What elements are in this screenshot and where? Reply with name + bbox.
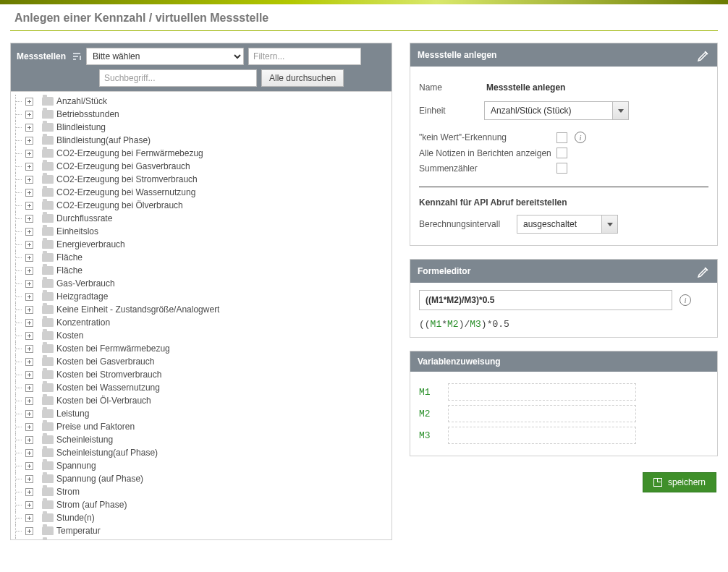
- filter-input[interactable]: [248, 48, 361, 65]
- tree-item[interactable]: Kosten bei Öl-Verbrauch: [14, 394, 387, 407]
- variable-input[interactable]: [448, 427, 636, 444]
- expand-icon[interactable]: [25, 475, 33, 483]
- tree-item[interactable]: Leistung: [14, 407, 387, 420]
- expand-icon[interactable]: [25, 228, 33, 236]
- expand-icon[interactable]: [25, 384, 33, 392]
- expand-icon[interactable]: [25, 527, 33, 535]
- expand-icon[interactable]: [25, 137, 33, 145]
- tree-item-label: Kosten bei Wassernutzung: [56, 383, 160, 393]
- tree-item[interactable]: CO2-Erzeugung bei Stromverbrauch: [14, 173, 387, 186]
- expand-icon[interactable]: [25, 306, 33, 314]
- expand-icon[interactable]: [25, 150, 33, 158]
- expand-icon[interactable]: [25, 98, 33, 106]
- expand-icon[interactable]: [25, 371, 33, 379]
- tree-item[interactable]: Preise und Faktoren: [14, 420, 387, 433]
- tree-item[interactable]: Konzentration: [14, 316, 387, 329]
- tree-item[interactable]: Einheitslos: [14, 225, 387, 238]
- tree-item[interactable]: CO2-Erzeugung bei Fernwärmebezug: [14, 147, 387, 160]
- tree-line: [15, 316, 22, 329]
- tree-item[interactable]: Kosten bei Stromverbrauch: [14, 368, 387, 381]
- expand-icon[interactable]: [25, 319, 33, 327]
- info-icon[interactable]: i: [575, 132, 586, 143]
- save-button[interactable]: speichern: [643, 472, 716, 492]
- expand-icon[interactable]: [25, 176, 33, 184]
- variable-input[interactable]: [448, 383, 636, 401]
- expand-icon[interactable]: [25, 436, 33, 444]
- tree-item-label: Kosten bei Fermwärmebezug: [56, 343, 170, 354]
- tree-item[interactable]: Kosten bei Fermwärmebezug: [14, 342, 387, 355]
- tree-item[interactable]: Gas-Verbrauch: [14, 277, 387, 290]
- tree-item[interactable]: Keine Einheit - Zustandsgröße/Analogwert: [14, 303, 387, 316]
- tree-item[interactable]: CO2-Erzeugung bei Wassernutzung: [14, 186, 387, 199]
- expand-icon[interactable]: [25, 189, 33, 197]
- tree-item[interactable]: CO2-Erzeugung bei Gasverbrauch: [14, 160, 387, 173]
- tree-item[interactable]: Temperatur: [14, 524, 387, 537]
- variable-input[interactable]: [448, 405, 636, 422]
- info-icon[interactable]: i: [680, 294, 691, 306]
- unit-select[interactable]: Anzahl/Stück (Stück): [484, 101, 629, 120]
- tree-item[interactable]: Durchflussrate: [14, 212, 387, 225]
- tree-item[interactable]: Strom (auf Phase): [14, 498, 387, 511]
- expand-icon[interactable]: [25, 488, 33, 496]
- notes-checkbox[interactable]: [556, 148, 567, 158]
- expand-icon[interactable]: [25, 215, 33, 223]
- tree-item[interactable]: Stunde(n): [14, 511, 387, 524]
- tree-item[interactable]: Energieverbrauch: [14, 238, 387, 251]
- expand-icon[interactable]: [25, 449, 33, 457]
- search-input[interactable]: [99, 69, 257, 87]
- tree-item[interactable]: Kosten bei Wassernutzung: [14, 381, 387, 394]
- tree-item[interactable]: Kosten: [14, 329, 387, 342]
- tree-item[interactable]: Verbrauch pro Fläche: [14, 537, 387, 539]
- expand-icon[interactable]: [25, 293, 33, 301]
- messstellen-tree[interactable]: Anzahl/StückBetriebsstundenBlindleistung…: [11, 91, 391, 539]
- tree-item[interactable]: Fläche: [14, 251, 387, 264]
- tree-item[interactable]: Anzahl/Stück: [14, 95, 387, 108]
- expand-icon[interactable]: [25, 111, 33, 119]
- tree-item-label: Blindleistung(auf Phase): [56, 135, 151, 145]
- expand-icon[interactable]: [25, 345, 33, 353]
- search-all-button[interactable]: Alle durchsuchen: [261, 69, 344, 87]
- tree-item[interactable]: Fläche: [14, 264, 387, 277]
- tree-item[interactable]: Spannung (auf Phase): [14, 472, 387, 485]
- tree-item[interactable]: Blindleistung(auf Phase): [14, 134, 387, 147]
- tree-item[interactable]: Kosten bei Gasverbrauch: [14, 355, 387, 368]
- expand-icon[interactable]: [25, 397, 33, 405]
- tree-item[interactable]: Betriebsstunden: [14, 108, 387, 121]
- tree-item[interactable]: Heizgradtage: [14, 290, 387, 303]
- tree-line: [15, 264, 22, 277]
- tree-item[interactable]: Spannung: [14, 459, 387, 472]
- top-gradient-bar: [0, 0, 728, 4]
- tree-item[interactable]: Scheinleistung(auf Phase): [14, 446, 387, 459]
- expand-icon[interactable]: [25, 202, 33, 210]
- tree-item-label: Leistung: [56, 409, 89, 419]
- folder-icon: [42, 279, 54, 288]
- sort-icon[interactable]: [72, 51, 82, 61]
- expand-icon[interactable]: [25, 501, 33, 509]
- expand-icon[interactable]: [25, 332, 33, 340]
- expand-icon[interactable]: [25, 280, 33, 288]
- formula-input[interactable]: [419, 290, 672, 310]
- expand-icon[interactable]: [25, 267, 33, 275]
- expand-icon[interactable]: [25, 462, 33, 470]
- folder-icon: [42, 253, 54, 262]
- expand-icon[interactable]: [25, 410, 33, 418]
- expand-icon[interactable]: [25, 163, 33, 171]
- calc-interval-select[interactable]: ausgeschaltet: [517, 215, 618, 234]
- edit-icon[interactable]: [697, 48, 710, 61]
- expand-icon[interactable]: [25, 423, 33, 431]
- expand-icon[interactable]: [25, 358, 33, 366]
- expand-icon[interactable]: [25, 241, 33, 249]
- messstellen-select[interactable]: Bitte wählen: [86, 48, 244, 65]
- expand-icon[interactable]: [25, 124, 33, 132]
- nowert-checkbox[interactable]: [556, 132, 567, 143]
- tree-item-label: Kosten bei Gasverbrauch: [56, 357, 154, 367]
- edit-icon[interactable]: [697, 265, 710, 278]
- tree-item[interactable]: Blindleistung: [14, 121, 387, 134]
- tree-item[interactable]: CO2-Erzeugung bei Ölverbrauch: [14, 199, 387, 212]
- tree-item[interactable]: Scheinleistung: [14, 433, 387, 446]
- expand-icon[interactable]: [25, 254, 33, 262]
- tree-item[interactable]: Strom: [14, 485, 387, 498]
- sum-checkbox[interactable]: [556, 163, 567, 174]
- expand-icon[interactable]: [25, 514, 33, 522]
- tree-item-label: Scheinleistung(auf Phase): [56, 448, 158, 458]
